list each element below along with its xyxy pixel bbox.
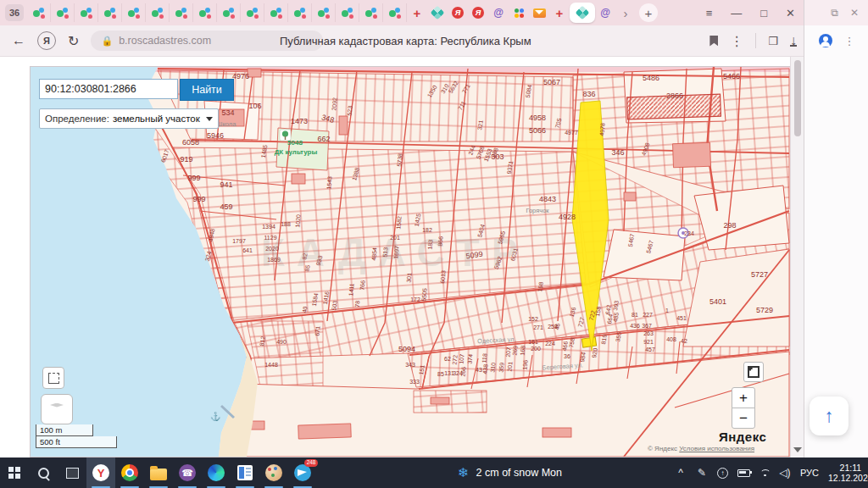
scrollbar-thumb[interactable] xyxy=(794,60,801,136)
battery-icon[interactable] xyxy=(737,469,750,477)
object-type-filter[interactable]: Определение: земельный участок xyxy=(39,108,219,129)
zen-tab-icon[interactable] xyxy=(427,3,448,22)
cadastre-favicon xyxy=(81,7,92,19)
taskbar-docs-app[interactable] xyxy=(231,458,259,488)
taskbar-edge[interactable] xyxy=(202,458,231,488)
pinned-tab[interactable] xyxy=(312,3,336,22)
mail-clip-tab-icon[interactable]: @ xyxy=(488,3,509,22)
clock[interactable]: 21:11 12.12.2024 xyxy=(828,463,868,483)
browser-menu-icon[interactable]: ≡ xyxy=(706,7,713,19)
scroll-to-top-button[interactable]: ↑ xyxy=(810,396,849,435)
pinned-tab[interactable] xyxy=(383,3,407,22)
zoom-out-button[interactable]: − xyxy=(732,408,755,429)
layers-button[interactable] xyxy=(41,394,73,424)
map-label: 36 xyxy=(564,353,570,359)
downloads-icon[interactable]: ↓ xyxy=(790,36,797,47)
kebab-menu-icon[interactable]: ⋮ xyxy=(844,35,855,47)
cadastre-favicon xyxy=(365,7,377,19)
cast-icon[interactable]: ↑ xyxy=(717,468,728,479)
map-label: 5067 xyxy=(543,78,560,86)
page-title: Публичная кадастровая карта: Республика … xyxy=(280,25,531,56)
pinned-tab[interactable] xyxy=(98,3,122,22)
new-tab-red-icon[interactable]: + xyxy=(549,3,570,22)
language-indicator[interactable]: РУС xyxy=(800,468,819,478)
minimize-button[interactable]: — xyxy=(731,7,742,19)
tab-counter[interactable]: 36 xyxy=(5,4,24,21)
pinned-tab[interactable] xyxy=(75,3,98,22)
pinned-tabs xyxy=(27,0,407,25)
scrollbar-down-arrow[interactable] xyxy=(793,447,802,452)
lock-icon: 🔒 xyxy=(101,36,113,47)
taskbar-chrome[interactable] xyxy=(115,458,144,488)
restore-icon[interactable]: ⧉ xyxy=(831,7,838,19)
close-button[interactable]: ✕ xyxy=(786,7,795,19)
pinned-tab[interactable] xyxy=(359,3,383,22)
yandex-tab-icon[interactable]: Я xyxy=(468,3,488,22)
background-window[interactable]: ⧉ ✕ ⋮ ↑ xyxy=(804,0,868,458)
taskbar-yandex-browser[interactable]: Y xyxy=(86,458,115,488)
mail-clip-tab-icon[interactable]: @ xyxy=(595,3,615,22)
map-label: 310 xyxy=(490,363,497,373)
map-label: 6058 xyxy=(182,138,199,147)
back-button[interactable]: ← xyxy=(12,33,25,48)
pinned-tab[interactable] xyxy=(241,3,264,22)
collections-icon[interactable]: ❒ xyxy=(768,35,778,47)
yandex-tab-icon[interactable]: Я xyxy=(448,3,468,22)
wifi-icon[interactable] xyxy=(760,469,770,477)
folder-icon xyxy=(150,469,167,480)
taskbar-search-button[interactable] xyxy=(29,458,58,488)
profile-avatar-icon[interactable] xyxy=(819,34,832,47)
capture-tool-button[interactable] xyxy=(42,367,64,389)
refresh-button[interactable]: ↻ xyxy=(68,33,79,49)
cadastre-favicon xyxy=(128,7,140,19)
taskbar-telegram[interactable]: 248 xyxy=(288,458,317,488)
pen-icon[interactable]: ✎ xyxy=(696,467,708,479)
pinned-tab[interactable] xyxy=(170,3,193,22)
pinned-tab[interactable] xyxy=(336,3,359,22)
pinned-tab[interactable] xyxy=(146,3,170,22)
toolbar-menu-icon[interactable]: ⋮ xyxy=(730,33,743,49)
map-label: 1 xyxy=(665,308,669,313)
pinned-tab[interactable] xyxy=(264,3,288,22)
close-icon[interactable]: ✕ xyxy=(850,7,859,19)
maximize-button[interactable]: □ xyxy=(760,7,767,19)
bookmark-flag-icon[interactable] xyxy=(709,36,718,47)
tray-chevron-icon[interactable]: ^ xyxy=(675,467,687,479)
pinned-tab[interactable] xyxy=(122,3,146,22)
vertical-scrollbar[interactable] xyxy=(790,57,804,458)
new-tab-icon[interactable]: + xyxy=(639,3,658,22)
terms-link[interactable]: Условия использования xyxy=(679,445,754,452)
pinned-tab[interactable] xyxy=(51,3,75,22)
taskbar-viber[interactable]: ☎ xyxy=(173,458,202,488)
start-button[interactable] xyxy=(0,458,29,488)
cadastral-number-input[interactable] xyxy=(39,79,178,99)
find-button[interactable]: Найти xyxy=(180,79,234,101)
pinned-tab[interactable] xyxy=(217,3,241,22)
active-tab-zen-icon[interactable] xyxy=(570,3,595,23)
weather-widget[interactable]: ❄ 2 cm of snow Mon xyxy=(458,458,562,488)
pinned-tab[interactable] xyxy=(288,3,312,22)
taskbar-paint-app[interactable] xyxy=(259,458,288,488)
map-label: 5729 xyxy=(756,306,773,314)
search-icon xyxy=(38,468,49,479)
mail-tab-icon[interactable] xyxy=(529,3,549,22)
pinned-tab[interactable] xyxy=(193,3,217,22)
task-view-button[interactable] xyxy=(58,458,86,488)
map-label: 85 xyxy=(437,371,444,377)
chrome-icon xyxy=(121,464,138,481)
cadastre-favicon xyxy=(294,7,306,19)
zoom-in-button[interactable]: + xyxy=(732,387,755,408)
task-view-icon xyxy=(66,468,79,479)
map-label: 457 xyxy=(645,347,655,352)
volume-icon[interactable]: ◁) xyxy=(779,467,791,479)
tab-overflow-icon[interactable]: › xyxy=(615,3,636,22)
fullscreen-button[interactable] xyxy=(743,362,764,382)
new-tab-red-icon[interactable]: + xyxy=(407,3,427,22)
object-type-select[interactable]: земельный участок xyxy=(113,114,213,124)
highlighted-parcel[interactable] xyxy=(581,337,596,347)
desktop: 36 +ЯЯ@+@›+ ≡ — □ ✕ ← Я ↻ 🔒 b.roscadastr… xyxy=(0,0,868,488)
taskbar-explorer[interactable] xyxy=(144,458,173,488)
pinned-tab[interactable] xyxy=(27,3,51,22)
yandex-button[interactable]: Я xyxy=(37,31,56,50)
services-dots-tab-icon[interactable] xyxy=(509,3,529,22)
